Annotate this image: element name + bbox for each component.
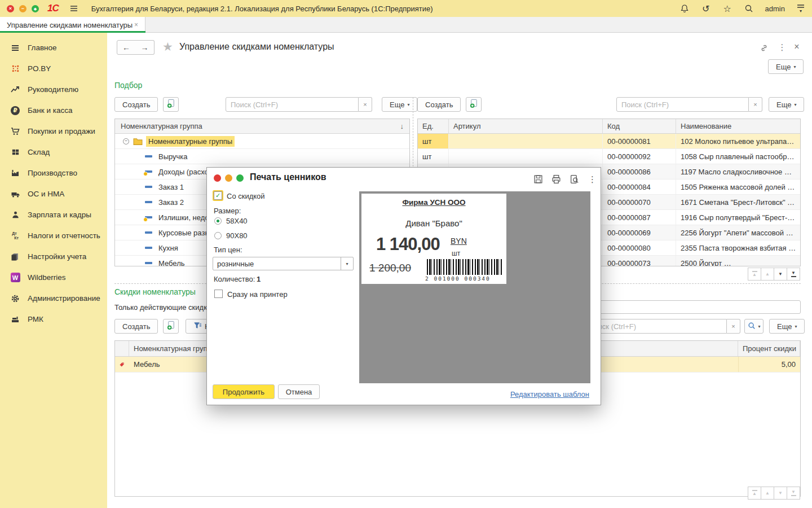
scroll-top-button[interactable]: ▲ — [748, 487, 761, 500]
form-kebab-icon[interactable]: ⋮ — [777, 42, 787, 52]
favorite-star-icon[interactable]: ★ — [162, 40, 173, 54]
discounts-search-options-button[interactable] — [744, 319, 764, 334]
scroll-top-button[interactable]: ▲ — [748, 268, 761, 281]
forward-icon: → — [141, 43, 149, 52]
sidebar-item-rmk[interactable]: РМК — [0, 309, 107, 330]
tree-row-label: Мебель — [158, 259, 185, 267]
table-row[interactable]: шт00-00000081102 Молоко питьевое ультрап… — [418, 134, 800, 149]
scroll-bottom-button[interactable]: ▼ — [787, 487, 800, 500]
column-percent[interactable]: Процент скидки — [738, 341, 800, 356]
active-discounts-filter-label[interactable]: Только действующие скидки — [114, 303, 211, 312]
groups-column-header[interactable]: Номенклатурная группа ↓ — [115, 119, 409, 134]
items-search-input[interactable] — [616, 97, 749, 112]
forward-button[interactable]: → — [135, 40, 155, 55]
items-scroll-buttons: ▲ ▲ ▼ ▼ — [748, 268, 800, 281]
size-58x40-label[interactable]: 58X40 — [226, 217, 248, 225]
groups-more-button[interactable]: Еще — [382, 97, 417, 112]
items-table-header[interactable]: Ед. Артикул Код Наименование — [418, 119, 800, 134]
window-minimize-icon[interactable] — [19, 5, 27, 12]
discounts-search-input[interactable] — [584, 319, 727, 334]
continue-button[interactable]: Продолжить — [213, 384, 275, 399]
dialog-close-icon[interactable] — [214, 174, 221, 182]
size-58x40-radio[interactable] — [214, 217, 222, 225]
sidebar-item-taxes-reports[interactable]: ДтКт Налоги и отчетность — [0, 225, 107, 246]
window-maximize-icon[interactable] — [32, 5, 39, 12]
items-create-button[interactable]: Создать — [417, 97, 461, 112]
tab-close-icon[interactable]: × — [134, 21, 138, 29]
scroll-bottom-button[interactable]: ▼ — [787, 268, 800, 281]
groups-create-group-button[interactable] — [163, 97, 179, 112]
dialog-maximize-icon[interactable] — [236, 174, 244, 182]
tab-discount-management[interactable]: Управление скидками номенклатуры × — [0, 17, 145, 33]
sidebar-item-main[interactable]: Главное — [0, 37, 107, 58]
notifications-bell-icon[interactable] — [679, 3, 690, 14]
scroll-up-button[interactable]: ▲ — [761, 487, 774, 500]
scroll-down-button[interactable]: ▼ — [774, 487, 787, 500]
main-menu-icon[interactable] — [69, 4, 78, 13]
with-discount-checkbox[interactable]: ✓ — [214, 191, 222, 200]
column-code[interactable]: Код — [603, 119, 676, 133]
sidebar-item-salary-hr[interactable]: Зарплата и кадры — [0, 204, 107, 225]
straight-to-printer-label[interactable]: Сразу на принтер — [227, 290, 288, 299]
nomenclature-group-icon — [145, 247, 152, 249]
groups-search-clear-icon[interactable]: × — [359, 97, 372, 112]
nomenclature-group-icon — [145, 186, 152, 188]
cancel-button[interactable]: Отмена — [278, 384, 320, 399]
sidebar-item-warehouse[interactable]: Склад — [0, 142, 107, 163]
size-90x80-label[interactable]: 90X80 — [226, 231, 248, 240]
scroll-up-button[interactable]: ▲ — [761, 268, 774, 281]
new-document-plus-icon — [166, 99, 176, 110]
favorites-star-icon[interactable]: ☆ — [722, 3, 732, 14]
discounts-create-button[interactable]: Создать — [114, 319, 158, 334]
history-icon[interactable]: ↺ — [701, 3, 711, 14]
form-more-button[interactable]: Еще — [768, 59, 804, 74]
sidebar-item-os-nma[interactable]: ОС и НМА — [0, 183, 107, 204]
back-button[interactable]: ← — [117, 40, 136, 55]
window-close-icon[interactable] — [7, 5, 14, 12]
tree-collapse-icon[interactable] — [123, 138, 129, 144]
size-90x80-radio[interactable] — [214, 232, 222, 239]
print-icon[interactable] — [551, 174, 562, 185]
column-unit[interactable]: Ед. — [418, 119, 449, 133]
print-preview-icon[interactable] — [569, 174, 580, 185]
discounts-more-button[interactable]: Еще — [769, 319, 805, 334]
groups-create-button[interactable]: Создать — [114, 97, 158, 112]
scroll-down-button[interactable]: ▼ — [774, 268, 787, 281]
column-article[interactable]: Артикул — [449, 119, 603, 133]
column-name[interactable]: Наименование — [676, 119, 801, 133]
groups-search-input[interactable] — [226, 97, 359, 112]
quantity-value[interactable]: 1 — [257, 275, 261, 283]
sidebar-item-accounting-settings[interactable]: Настройки учета — [0, 246, 107, 267]
price-type-select[interactable]: розничные — [213, 257, 354, 270]
up-arrow-icon: ▲ — [765, 272, 770, 277]
sidebar-item-administration[interactable]: Администрирование — [0, 288, 107, 309]
save-icon[interactable] — [533, 174, 544, 185]
tree-row[interactable]: Выручка — [115, 149, 409, 164]
sidebar-item-purchases-sales[interactable]: Покупки и продажи — [0, 121, 107, 142]
sidebar-item-bank-cash[interactable]: ₽ Банк и касса — [0, 100, 107, 121]
with-discount-label[interactable]: Со скидкой — [227, 192, 265, 200]
tree-root-label[interactable]: Номенклатурные группы — [146, 136, 235, 147]
user-name[interactable]: admin — [765, 5, 785, 13]
items-search-clear-icon[interactable]: × — [749, 97, 762, 112]
sidebar-item-manager[interactable]: Руководителю — [0, 79, 107, 100]
get-link-icon[interactable] — [759, 43, 769, 53]
items-create-group-button[interactable] — [466, 97, 482, 112]
sidebar-item-poby[interactable]: PO.BY — [0, 58, 107, 79]
global-search-icon[interactable] — [744, 3, 754, 14]
dialog-kebab-icon[interactable]: ⋮ — [587, 174, 598, 185]
discounts-create-group-button[interactable] — [163, 319, 179, 334]
discounts-search-clear-icon[interactable]: × — [727, 319, 740, 334]
tree-row-root[interactable]: Номенклатурные группы — [115, 134, 409, 149]
sidebar-item-production[interactable]: Производство — [0, 163, 107, 183]
form-close-icon[interactable]: × — [792, 42, 802, 52]
items-more-button[interactable]: Еще — [769, 97, 804, 112]
sidebar-item-wildberries[interactable]: W Wildberries — [0, 267, 107, 288]
straight-to-printer-checkbox[interactable] — [214, 290, 223, 298]
service-menu-icon[interactable] — [796, 4, 805, 14]
combo-dropdown-icon[interactable] — [341, 257, 353, 270]
edit-template-link[interactable]: Редактировать шаблон — [510, 390, 589, 398]
table-row[interactable]: шт00-000000921058 Сыр плавленый пастообр… — [418, 149, 800, 164]
dialog-minimize-icon[interactable] — [225, 174, 232, 182]
icon-column — [115, 341, 129, 356]
